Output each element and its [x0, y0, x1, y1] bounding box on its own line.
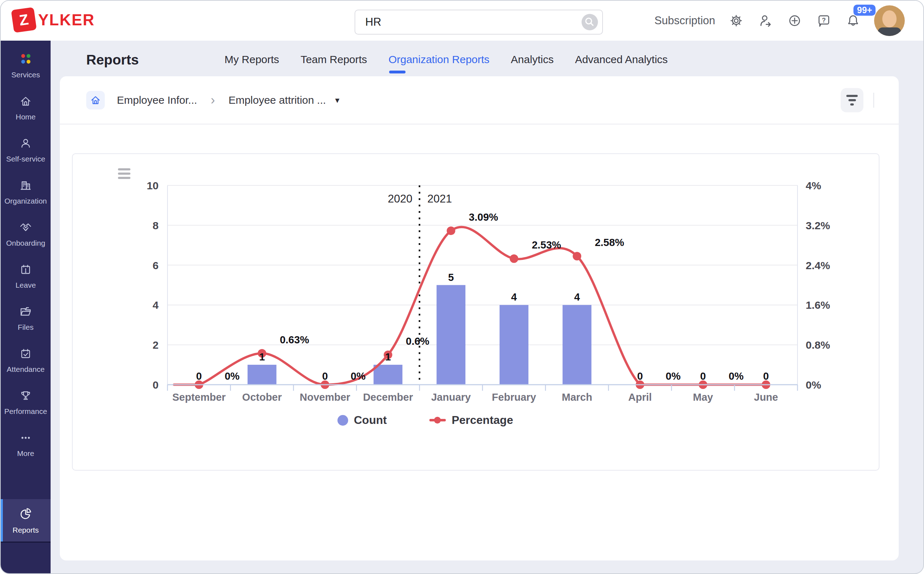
person-icon: [19, 137, 32, 151]
chevron-down-icon[interactable]: ▾: [335, 95, 340, 105]
tab-my-reports[interactable]: My Reports: [225, 54, 279, 71]
count-label: 0: [196, 371, 202, 382]
zylker-logo[interactable]: Z YLKER: [13, 9, 95, 32]
percentage-label: 0.6%: [406, 336, 430, 347]
legend-item-percentage[interactable]: Percentage: [430, 413, 513, 427]
sidebar-item-more[interactable]: More: [1, 424, 50, 466]
percentage-legend-swatch: [430, 419, 446, 421]
right-axis-tick: 3.2%: [806, 220, 830, 231]
tab-label: Team Reports: [301, 54, 367, 65]
right-axis-tick: 0%: [806, 379, 821, 391]
add-plus-icon[interactable]: [787, 13, 803, 29]
tab-label: Advanced Analytics: [575, 54, 668, 65]
settings-gear-icon[interactable]: [728, 13, 745, 29]
sidebar-item-organization[interactable]: Organization: [1, 171, 50, 213]
count-label: 0: [322, 371, 328, 382]
pie-chart-icon: [19, 507, 33, 523]
percentage-label: 0%: [225, 371, 239, 382]
home-icon[interactable]: [86, 91, 105, 109]
tab-label: Organization Reports: [389, 54, 489, 65]
percentage-label: 3.09%: [469, 211, 498, 223]
tab-advanced-analytics[interactable]: Advanced Analytics: [575, 54, 668, 71]
logo-z-icon: Z: [11, 7, 37, 33]
sidebar-item-self-service[interactable]: Self-service: [1, 129, 50, 171]
left-axis-tick: 2: [153, 339, 159, 351]
point-march[interactable]: [573, 252, 581, 260]
search-input[interactable]: [365, 15, 582, 29]
sidebar-item-attendance[interactable]: Attendance: [1, 339, 50, 382]
chevron-right-icon: ›: [211, 93, 215, 108]
bar-march[interactable]: [563, 305, 592, 385]
left-axis-tick: 4: [153, 299, 159, 311]
global-search[interactable]: [354, 9, 603, 35]
point-january[interactable]: [447, 226, 455, 235]
point-february[interactable]: [510, 254, 518, 263]
sidebar-item-reports[interactable]: Reports: [1, 499, 50, 542]
tab-analytics[interactable]: Analytics: [511, 54, 554, 71]
sidebar-item-files[interactable]: Files: [1, 297, 50, 339]
calendar-check-icon: [19, 347, 32, 362]
sidebar-item-label: Attendance: [7, 365, 44, 374]
sidebar-item-leave[interactable]: Leave: [1, 255, 50, 297]
breadcrumb-root[interactable]: Employee Infor...: [117, 94, 197, 106]
app-window: Z YLKER Subscription: [0, 0, 924, 574]
count-label: 4: [574, 291, 580, 303]
tab-label: My Reports: [225, 54, 279, 65]
bar-october[interactable]: [248, 365, 277, 385]
count-label: 5: [448, 272, 454, 283]
x-axis-label: September: [172, 391, 225, 403]
right-axis-tick: 2.4%: [806, 260, 830, 271]
active-tab-underline: [389, 71, 406, 73]
legend-label: Percentage: [452, 413, 513, 427]
sidebar-nav: Services Home Self-service Organization …: [1, 41, 50, 573]
sidebar-item-label: Organization: [4, 197, 47, 205]
bar-february[interactable]: [500, 305, 529, 385]
x-axis-label: March: [562, 391, 592, 403]
sidebar-item-home[interactable]: Home: [1, 87, 50, 129]
user-avatar[interactable]: [874, 5, 905, 36]
sidebar-item-onboarding[interactable]: Onboarding: [1, 213, 50, 255]
x-axis-label: January: [431, 391, 471, 403]
x-axis-label: May: [693, 391, 713, 403]
sidebar-item-services[interactable]: Services: [1, 45, 50, 87]
help-icon[interactable]: ?: [816, 13, 832, 29]
x-axis-label: December: [363, 391, 413, 403]
count-label: 1: [259, 351, 265, 363]
bar-december[interactable]: [373, 365, 402, 385]
legend-item-count[interactable]: Count: [337, 413, 387, 427]
tab-organization-reports[interactable]: Organization Reports: [389, 54, 489, 71]
count-label: 0: [763, 371, 769, 382]
x-axis-label: February: [492, 391, 536, 403]
percentage-label: 0.63%: [280, 334, 309, 345]
sidebar-item-label: Home: [16, 113, 36, 121]
bar-january[interactable]: [436, 285, 465, 385]
chart-context-menu-icon[interactable]: [118, 168, 131, 179]
sidebar-item-label: Reports: [13, 526, 39, 535]
notifications-bell-icon[interactable]: 99+: [845, 13, 861, 29]
filter-button[interactable]: [841, 88, 863, 112]
sidebar-item-label: Leave: [15, 281, 36, 290]
sidebar-item-label: Files: [18, 323, 33, 331]
sidebar-item-performance[interactable]: Performance: [1, 382, 50, 424]
percentage-label: 0%: [729, 371, 744, 382]
percentage-label: 0%: [351, 371, 365, 382]
left-axis-tick: 6: [153, 260, 159, 271]
building-icon: [19, 179, 32, 194]
count-legend-swatch: [337, 415, 348, 426]
left-axis-tick: 10: [147, 180, 159, 191]
sidebar-item-label: Services: [11, 71, 40, 79]
subscription-link[interactable]: Subscription: [654, 14, 715, 27]
search-icon[interactable]: [582, 14, 598, 30]
home-icon: [19, 95, 32, 109]
breadcrumb-current[interactable]: Employee attrition ...: [228, 94, 326, 106]
tab-label: Analytics: [511, 54, 554, 65]
count-label: 1: [385, 351, 391, 363]
legend-label: Count: [354, 413, 387, 427]
percentage-label: 0%: [666, 371, 681, 382]
delegate-user-icon[interactable]: [757, 13, 774, 29]
logo-text: YLKER: [38, 11, 95, 29]
divider: [874, 93, 874, 108]
report-tabs: My ReportsTeam ReportsOrganization Repor…: [225, 54, 668, 71]
svg-text:?: ?: [822, 17, 826, 24]
tab-team-reports[interactable]: Team Reports: [301, 54, 367, 71]
